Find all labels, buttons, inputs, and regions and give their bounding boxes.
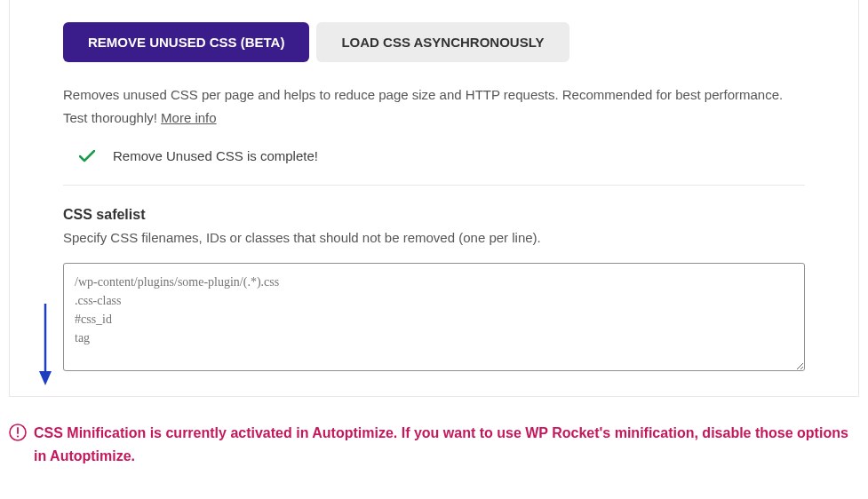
status-text: Remove Unused CSS is complete! <box>113 148 318 163</box>
tab-load-async[interactable]: LOAD CSS ASYNCHRONOUSLY <box>316 22 569 62</box>
status-row: Remove Unused CSS is complete! <box>63 134 805 186</box>
checkmark-icon <box>79 150 95 162</box>
more-info-link[interactable]: More info <box>161 110 217 125</box>
warning-text: CSS Minification is currently activated … <box>34 422 859 467</box>
top-divider <box>63 0 805 1</box>
warning-icon <box>9 424 27 441</box>
settings-panel: REMOVE UNUSED CSS (BETA) LOAD CSS ASYNCH… <box>9 0 859 397</box>
warning-row: CSS Minification is currently activated … <box>0 397 868 467</box>
safelist-description: Specify CSS filenames, IDs or classes th… <box>63 230 805 245</box>
svg-point-3 <box>17 435 19 437</box>
feature-description: Removes unused CSS per page and helps to… <box>63 83 805 129</box>
safelist-heading: CSS safelist <box>63 207 805 223</box>
tab-remove-unused-css[interactable]: REMOVE UNUSED CSS (BETA) <box>63 22 309 62</box>
css-tabs: REMOVE UNUSED CSS (BETA) LOAD CSS ASYNCH… <box>63 22 805 62</box>
safelist-textarea[interactable] <box>63 263 805 371</box>
